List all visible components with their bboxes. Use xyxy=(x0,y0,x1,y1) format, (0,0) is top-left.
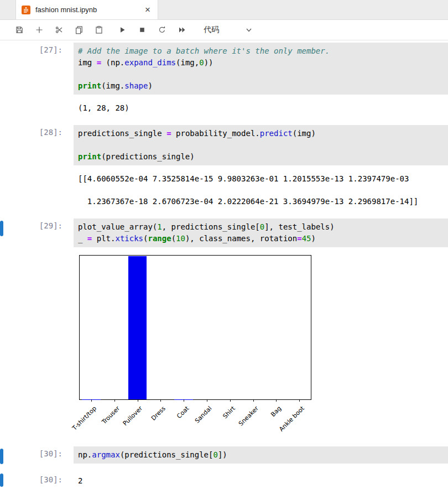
x-tick xyxy=(160,399,161,402)
execution-count: [30]: xyxy=(39,475,62,484)
notebook-cell-list: [27]:# Add the image to a batch where it… xyxy=(0,40,448,487)
notebook-cell: [30]:np.argmax(predictions_single[0]) xyxy=(0,446,448,464)
x-tick xyxy=(230,399,231,402)
interrupt-kernel-button[interactable] xyxy=(137,25,147,35)
stop-icon xyxy=(138,25,147,34)
x-tick xyxy=(299,399,300,402)
output-text: (1, 28, 28) xyxy=(78,102,448,114)
clipboard-icon xyxy=(95,25,103,34)
cell-output: T-shirt/topTrouserPulloverDressCoatSanda… xyxy=(74,255,448,435)
copy-cell-button[interactable] xyxy=(74,25,84,35)
execution-count: [29]: xyxy=(39,221,62,230)
notebook-toolbar: 代码 xyxy=(0,20,448,40)
run-all-icon xyxy=(178,25,186,34)
chart-bar xyxy=(128,256,147,399)
add-cell-button[interactable] xyxy=(34,25,44,35)
output-text: 1.2367367e-18 2.6706723e-04 2.0222064e-2… xyxy=(78,196,448,207)
cell-output: [[4.6060552e-04 7.3525814e-15 9.9803263e… xyxy=(74,173,448,207)
chevron-down-icon xyxy=(246,27,252,33)
restart-kernel-button[interactable] xyxy=(157,25,167,35)
restart-run-all-button[interactable] xyxy=(177,25,187,35)
scissors-icon xyxy=(55,25,64,34)
tab-bar: fashion mnist.ipynb × xyxy=(0,0,448,20)
code-editor[interactable]: plot_value_array(1, predictions_single[0… xyxy=(74,219,448,247)
notebook-icon xyxy=(22,6,30,14)
code-editor[interactable]: np.argmax(predictions_single[0]) xyxy=(74,446,448,464)
execution-count: [28]: xyxy=(39,128,62,137)
x-tick xyxy=(184,399,184,402)
x-tick xyxy=(207,399,207,402)
save-icon xyxy=(15,25,24,34)
prediction-bar-chart: T-shirt/topTrouserPulloverDressCoatSanda… xyxy=(78,255,448,435)
tab-title: fashion mnist.ipynb xyxy=(35,6,138,14)
notebook-cell: [29]:plot_value_array(1, predictions_sin… xyxy=(0,219,448,435)
code-editor[interactable]: predictions_single = probability_model.p… xyxy=(74,125,448,165)
code-editor[interactable]: # Add the image to a batch where it's th… xyxy=(74,43,448,95)
active-cell-indicator xyxy=(0,221,3,236)
cut-cell-button[interactable] xyxy=(54,25,64,35)
cell-type-dropdown[interactable]: 代码 xyxy=(204,25,252,35)
run-cell-button[interactable] xyxy=(117,25,127,35)
cell-output: (1, 28, 28) xyxy=(74,102,448,114)
output-text: [[4.6060552e-04 7.3525814e-15 9.9803263e… xyxy=(78,173,448,185)
tab-close-button[interactable]: × xyxy=(143,5,152,14)
x-tick xyxy=(253,399,254,402)
execution-count: [30]: xyxy=(39,449,62,458)
active-cell-indicator xyxy=(0,474,3,487)
x-tick xyxy=(138,399,138,402)
notebook-cell: [28]:predictions_single = probability_mo… xyxy=(0,125,448,207)
x-tick xyxy=(91,399,92,402)
active-cell-indicator xyxy=(0,449,3,464)
save-button[interactable] xyxy=(14,25,24,35)
chart-axes: T-shirt/topTrouserPulloverDressCoatSanda… xyxy=(79,255,311,400)
notebook-cell: [30]:2 xyxy=(0,472,448,487)
x-tick xyxy=(114,399,115,402)
execution-count: [27]: xyxy=(39,45,62,54)
cell-output: 2 xyxy=(74,472,448,487)
paste-cell-button[interactable] xyxy=(94,25,104,35)
notebook-cell: [27]:# Add the image to a batch where it… xyxy=(0,43,448,114)
x-tick xyxy=(276,399,277,402)
run-icon xyxy=(118,25,127,34)
output-result: 2 xyxy=(78,475,448,487)
copy-icon xyxy=(75,25,84,34)
cell-type-label: 代码 xyxy=(204,25,219,35)
tab-fashion-mnist[interactable]: fashion mnist.ipynb × xyxy=(15,0,158,19)
plus-icon xyxy=(35,25,44,34)
restart-icon xyxy=(158,25,166,34)
